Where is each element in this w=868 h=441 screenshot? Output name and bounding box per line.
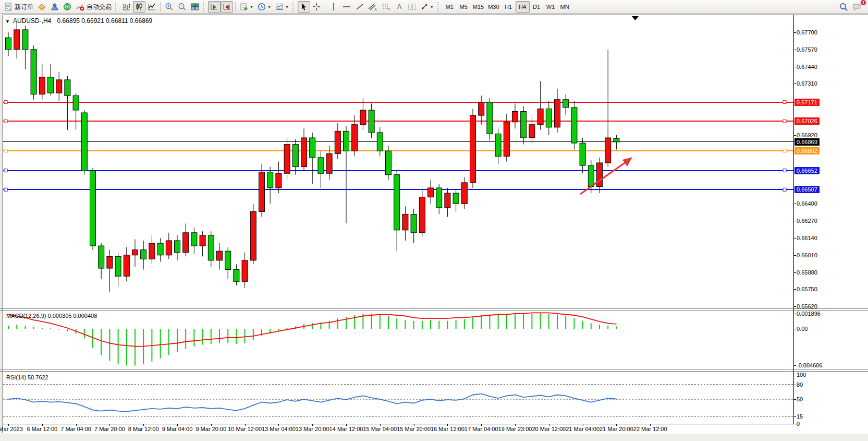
trendline-tool-button[interactable]	[353, 1, 366, 13]
time-tick-label[interactable]: 9 Mar 20:00	[195, 426, 226, 432]
chart-shift-marker-icon[interactable]	[632, 16, 639, 20]
time-tick-label[interactable]: 16 Mar 12:00	[431, 426, 464, 432]
auto-scroll-button[interactable]	[208, 1, 221, 13]
templates-button[interactable]: ▼	[273, 1, 291, 13]
equidistant-channel-tool-button[interactable]: E	[366, 1, 380, 13]
cursor-tool-button[interactable]	[298, 1, 310, 13]
timeframe-M1[interactable]: M1	[443, 1, 457, 13]
time-tick-label[interactable]: 7 Mar 04:00	[60, 426, 91, 432]
new-order-label: 新订单	[15, 3, 33, 11]
time-tick-label[interactable]: 20 Mar 12:00	[532, 426, 566, 432]
text-tool-button[interactable]: A	[393, 1, 406, 13]
timeframe-H4[interactable]: H4	[516, 1, 530, 13]
time-tick-label[interactable]: 8 Mar 12:00	[128, 426, 159, 432]
time-tick-label[interactable]: 22 Mar 12:00	[633, 426, 667, 432]
time-tick-label[interactable]: 10 Mar 12:00	[228, 426, 262, 432]
notification-badge: 1	[860, 0, 866, 6]
rsi-label: RSI(14) 50.7622	[6, 374, 48, 380]
line-handle[interactable]	[4, 149, 7, 152]
time-tick-label[interactable]: 6 Mar 12:00	[27, 426, 57, 432]
toolbar-grip[interactable]	[203, 2, 206, 11]
time-tick-label[interactable]: 15 Mar 20:00	[397, 426, 431, 432]
price-line-tag-0.66802[interactable]: 0.66802	[794, 147, 820, 154]
collapse-triangle-icon[interactable]: ▼	[5, 19, 10, 24]
line-handle[interactable]	[783, 188, 786, 191]
arrows-tool-button[interactable]: ▼	[418, 1, 436, 13]
chart-ohlc-values: 0.66895 0.66921 0.66811 0.66869	[57, 17, 153, 25]
time-tick-label[interactable]: 14 Mar 12:00	[329, 426, 363, 432]
line-handle[interactable]	[783, 149, 786, 152]
panel-separator[interactable]	[0, 308, 868, 309]
line-handle[interactable]	[4, 188, 7, 191]
crosshair-tool-button[interactable]	[310, 1, 323, 13]
periods-button[interactable]: ▼	[255, 1, 273, 13]
price-line-tag-0.66507[interactable]: 0.66507	[794, 186, 820, 193]
rsi-indicator-panel[interactable]	[3, 372, 793, 425]
zoom-out-button[interactable]	[176, 1, 189, 13]
toolbar-grip[interactable]	[115, 2, 119, 11]
time-tick-label[interactable]: 9 Mar 04:00	[162, 426, 193, 432]
candle-body	[605, 138, 611, 163]
time-tick-label[interactable]: 21 Mar 20:00	[600, 426, 633, 432]
timeframe-M15[interactable]: M15	[471, 1, 486, 13]
price-tick-label: 0.65880	[797, 269, 817, 276]
toolbar-grip[interactable]	[437, 2, 441, 11]
line-handle[interactable]	[4, 169, 7, 172]
toolbar-grip[interactable]	[292, 2, 296, 11]
time-tick-label[interactable]: 19 Mar 23:00	[498, 426, 532, 432]
autotrading-button[interactable]: 自动交易	[74, 1, 114, 13]
candle-body	[529, 125, 535, 138]
metaeditor-button[interactable]	[48, 1, 61, 13]
wallet-button[interactable]	[35, 1, 48, 13]
price-tick	[793, 50, 796, 50]
signals-button[interactable]	[61, 1, 74, 13]
horizontal-line-tool-button[interactable]	[340, 1, 353, 13]
line-handle[interactable]	[783, 120, 786, 123]
panel-separator[interactable]	[0, 370, 868, 370]
main-price-chart[interactable]	[3, 15, 793, 309]
price-line-tag-0.67171[interactable]: 0.67171	[794, 99, 820, 106]
price-tick	[793, 306, 796, 307]
vertical-line-tool-button[interactable]	[327, 1, 340, 13]
timeframe-MN[interactable]: MN	[558, 1, 572, 13]
candlestick-chart-button[interactable]	[133, 1, 145, 13]
time-tick-label[interactable]: 5 Mar 2023	[0, 426, 23, 432]
bar-chart-button[interactable]	[120, 1, 133, 13]
time-tick-label[interactable]: 7 Mar 20:00	[94, 426, 125, 432]
price-line-tag-0.66869[interactable]: 0.66869	[794, 138, 820, 146]
line-handle[interactable]	[783, 169, 786, 172]
panel-separator[interactable]	[0, 371, 868, 372]
panel-separator[interactable]	[0, 310, 868, 311]
fibonacci-tool-button[interactable]: F	[380, 1, 393, 13]
time-tick-label[interactable]: 15 Mar 04:00	[363, 426, 397, 432]
price-line-tag-0.67026[interactable]: 0.67026	[794, 117, 820, 125]
price-line-tag-0.66652[interactable]: 0.66652	[794, 167, 820, 174]
timeframe-D1[interactable]: D1	[530, 1, 544, 13]
arrow-annotation[interactable]	[580, 160, 629, 194]
zoom-in-button[interactable]	[163, 1, 176, 13]
time-tick-label[interactable]: 17 Mar 04:00	[464, 426, 498, 432]
time-tick-label[interactable]: 13 Mar 04:00	[262, 426, 296, 432]
timeframe-M5[interactable]: M5	[457, 1, 471, 13]
price-tick-label: 0.65750	[797, 286, 817, 292]
tile-windows-button[interactable]	[189, 1, 201, 13]
line-chart-button[interactable]	[145, 1, 158, 13]
chart-shift-button[interactable]	[221, 1, 233, 13]
timeframe-W1[interactable]: W1	[544, 1, 558, 13]
line-handle[interactable]	[783, 101, 786, 104]
text-label-tool-button[interactable]: T	[406, 1, 418, 13]
rsi-tick-label: 80	[797, 382, 803, 388]
notifications-button[interactable]: 1	[850, 1, 864, 13]
price-tick-label: 0.66140	[797, 235, 817, 241]
timeframe-H1[interactable]: H1	[502, 1, 516, 13]
timeframe-M30[interactable]: M30	[486, 1, 501, 13]
time-tick-label[interactable]: 13 Mar 20:00	[296, 426, 329, 432]
search-button[interactable]	[837, 1, 850, 13]
arrow-annotation-head[interactable]	[622, 157, 632, 166]
time-tick-label[interactable]: 21 Mar 04:00	[566, 426, 600, 432]
line-handle[interactable]	[4, 120, 7, 123]
new-order-button[interactable]: 新订单	[2, 1, 35, 13]
macd-indicator-panel[interactable]	[3, 310, 793, 370]
line-handle[interactable]	[4, 101, 7, 104]
new-chart-button[interactable]: ▼	[238, 1, 255, 13]
